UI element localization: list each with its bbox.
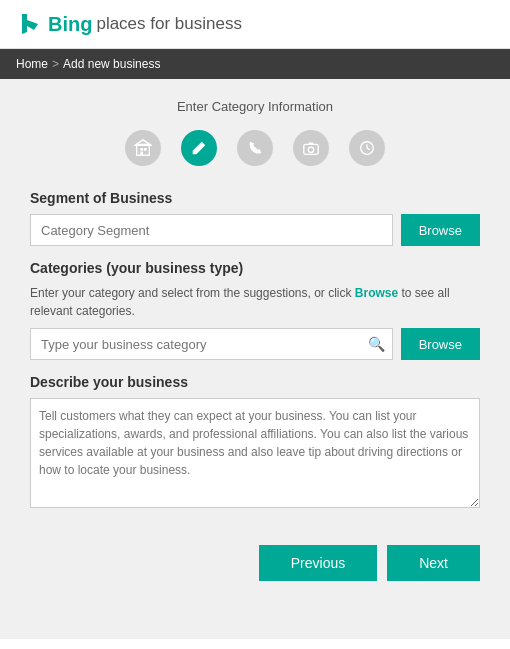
svg-line-9: [367, 148, 370, 150]
svg-rect-2: [144, 148, 147, 151]
bing-logo-subtitle: places for business: [96, 14, 242, 34]
progress-steps: [30, 130, 480, 166]
segment-browse-button[interactable]: Browse: [401, 214, 480, 246]
svg-point-6: [308, 147, 313, 152]
breadcrumb-home[interactable]: Home: [16, 57, 48, 71]
categories-section: Categories (your business type) Enter yo…: [30, 260, 480, 360]
svg-rect-1: [140, 148, 143, 151]
step-camera: [293, 130, 329, 166]
step-clock: [349, 130, 385, 166]
segment-section: Segment of Business Browse: [30, 190, 480, 246]
categories-hint: Enter your category and select from the …: [30, 284, 480, 320]
svg-rect-3: [140, 152, 143, 156]
categories-input[interactable]: [30, 328, 393, 360]
bing-logo-bold: Bing: [48, 13, 92, 36]
categories-browse-button[interactable]: Browse: [401, 328, 480, 360]
segment-label: Segment of Business: [30, 190, 480, 206]
categories-label: Categories (your business type): [30, 260, 480, 276]
segment-input[interactable]: [30, 214, 393, 246]
categories-input-row: 🔍 Browse: [30, 328, 480, 360]
describe-section: Describe your business: [30, 374, 480, 511]
next-button[interactable]: Next: [387, 545, 480, 581]
previous-button[interactable]: Previous: [259, 545, 377, 581]
bottom-navigation: Previous Next: [30, 525, 480, 591]
step-category: [181, 130, 217, 166]
breadcrumb-current: Add new business: [63, 57, 160, 71]
bing-logo: Bing places for business: [16, 10, 242, 38]
describe-textarea[interactable]: [30, 398, 480, 508]
describe-label: Describe your business: [30, 374, 480, 390]
header: Bing places for business: [0, 0, 510, 49]
search-icon: 🔍: [368, 336, 385, 352]
segment-input-row: Browse: [30, 214, 480, 246]
categories-search-wrap: 🔍: [30, 328, 393, 360]
bing-logo-icon: [16, 10, 44, 38]
breadcrumb: Home > Add new business: [0, 49, 510, 79]
main-content: Enter Category Information: [0, 79, 510, 639]
breadcrumb-separator: >: [52, 57, 59, 71]
step-building: [125, 130, 161, 166]
step-phone: [237, 130, 273, 166]
step-title: Enter Category Information: [30, 99, 480, 114]
